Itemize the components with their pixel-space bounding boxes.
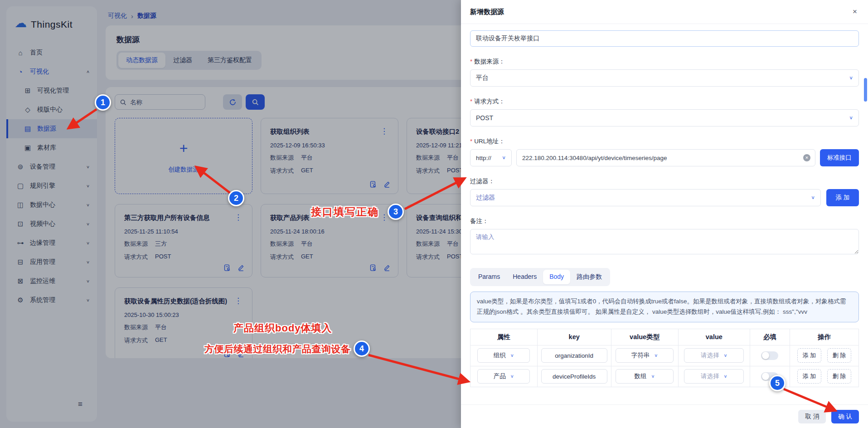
row-add-button[interactable]: 添 加	[797, 348, 822, 363]
method-field-label: 请求方式：	[470, 97, 859, 106]
method-select[interactable]: POST ∨	[470, 109, 859, 126]
col-header-value: value	[678, 329, 750, 345]
key-input-value: deviceProfileIds	[553, 373, 596, 380]
table-row: 产品∨ deviceProfileIds 数组∨ 请选择∨ 添 加 删 除	[470, 366, 859, 387]
value-type-select-value: 字符串	[631, 351, 650, 360]
cancel-button[interactable]: 取 消	[798, 410, 826, 423]
value-type-hint: value类型，如果是布尔类型，值填写1或者0，代码会自动转换成true或者fa…	[470, 292, 859, 322]
chevron-down-icon: ∨	[849, 115, 853, 121]
chevron-down-icon: ∨	[651, 374, 655, 379]
url-field-label: URL地址：	[470, 137, 859, 146]
attr-select-value: 产品	[494, 372, 506, 380]
key-input[interactable]: organizationId	[541, 348, 607, 363]
datasource-name-input[interactable]	[470, 30, 859, 47]
value-select[interactable]: 请选择∨	[684, 369, 744, 384]
key-input[interactable]: deviceProfileIds	[541, 369, 607, 384]
url-input-wrap: ✕	[516, 149, 815, 166]
remark-textarea[interactable]	[470, 229, 859, 254]
add-datasource-drawer: 新增数据源 × 数据来源： 平台 ∨ 请求方式： POST ∨ URL地址： h…	[461, 0, 868, 428]
col-header-actions: 操作	[790, 329, 858, 345]
scrollbar-thumb[interactable]	[864, 78, 867, 102]
tab-route-params[interactable]: 路由参数	[570, 270, 608, 284]
request-param-tabs: Params Headers Body 路由参数	[470, 268, 610, 286]
toggle-knob	[762, 373, 769, 380]
drawer-footer: 取 消 确 认	[461, 404, 868, 428]
row-add-button[interactable]: 添 加	[797, 369, 822, 384]
standard-api-button[interactable]: 标准接口	[820, 149, 859, 166]
tab-headers[interactable]: Headers	[506, 270, 543, 284]
value-type-select[interactable]: 字符串∨	[616, 348, 674, 363]
value-type-select[interactable]: 数组∨	[616, 369, 674, 384]
attr-select[interactable]: 产品∨	[477, 369, 530, 384]
close-icon[interactable]: ×	[853, 7, 857, 16]
confirm-button[interactable]: 确 认	[831, 410, 859, 423]
col-header-required: 必填	[750, 329, 790, 345]
attr-select[interactable]: 组织∨	[477, 348, 530, 363]
value-select[interactable]: 请选择∨	[684, 348, 744, 363]
attr-select-value: 组织	[494, 351, 506, 360]
protocol-select-value: http://	[476, 155, 491, 161]
chevron-down-icon: ∨	[849, 75, 853, 81]
annotation-badge-4: 4	[354, 340, 370, 357]
chevron-down-icon: ∨	[811, 195, 815, 200]
drawer-header: 新增数据源 ×	[461, 0, 868, 24]
value-select-placeholder: 请选择	[701, 351, 719, 360]
filter-select[interactable]: 过滤器 ∨	[470, 189, 821, 206]
method-select-value: POST	[476, 114, 493, 122]
annotation-badge-1: 1	[95, 94, 111, 111]
body-params-table: 属性 key value类型 value 必填 操作 组织∨ organizat…	[470, 329, 859, 387]
chevron-down-icon: ∨	[502, 155, 506, 160]
row-delete-button[interactable]: 删 除	[827, 348, 852, 363]
filter-select-placeholder: 过滤器	[476, 194, 495, 202]
col-header-attr: 属性	[470, 329, 538, 345]
source-select[interactable]: 平台 ∨	[470, 69, 859, 87]
url-row: http:// ∨ ✕ 标准接口	[470, 149, 859, 166]
col-header-key: key	[537, 329, 611, 345]
annotation-badge-5: 5	[769, 375, 786, 391]
table-row: 组织∨ organizationId 字符串∨ 请选择∨ 添 加 删 除	[470, 345, 859, 366]
add-filter-button[interactable]: 添 加	[826, 189, 859, 206]
chevron-down-icon: ∨	[510, 353, 514, 358]
col-header-value-type: value类型	[611, 329, 678, 345]
annotation-text-query-device: 方便后续通过组织和产品查询设备	[204, 343, 351, 355]
url-input[interactable]	[522, 155, 803, 161]
source-select-value: 平台	[476, 74, 489, 82]
annotation-badge-3: 3	[388, 204, 404, 220]
source-field-label: 数据来源：	[470, 58, 859, 66]
remark-field-label: 备注：	[470, 217, 859, 225]
annotation-text-body-fill: 产品组织body体填入	[233, 321, 332, 335]
chevron-down-icon: ∨	[654, 353, 658, 358]
drawer-title: 新增数据源	[470, 8, 504, 16]
required-toggle[interactable]	[761, 351, 778, 360]
protocol-select[interactable]: http:// ∨	[470, 149, 512, 166]
annotation-text-api-correct: 接口填写正确	[311, 205, 379, 219]
annotation-badge-2: 2	[228, 190, 244, 206]
value-select-placeholder: 请选择	[701, 372, 719, 380]
row-delete-button[interactable]: 删 除	[827, 369, 852, 384]
tab-body[interactable]: Body	[543, 270, 570, 284]
filter-field-label: 过滤器：	[470, 177, 859, 185]
filter-row: 过滤器 ∨ 添 加	[470, 189, 859, 206]
chevron-down-icon: ∨	[724, 353, 727, 358]
chevron-down-icon: ∨	[724, 374, 727, 379]
drawer-body: 数据来源： 平台 ∨ 请求方式： POST ∨ URL地址： http:// ∨…	[461, 24, 868, 387]
value-type-select-value: 数组	[635, 372, 647, 380]
tab-params[interactable]: Params	[472, 270, 506, 284]
chevron-down-icon: ∨	[510, 374, 514, 379]
clear-icon[interactable]: ✕	[803, 154, 810, 161]
key-input-value: organizationId	[555, 352, 593, 359]
toggle-knob	[762, 352, 769, 359]
